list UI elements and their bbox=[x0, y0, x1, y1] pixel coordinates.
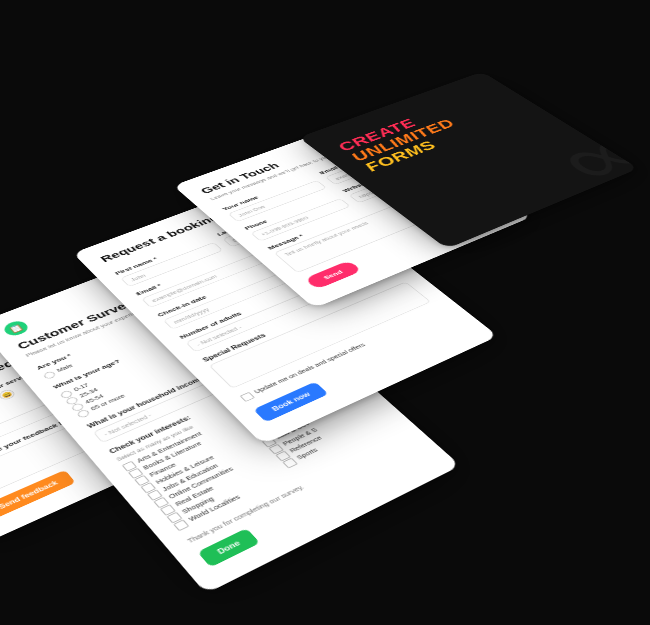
interest-checkbox[interactable]: Shopping bbox=[165, 465, 278, 523]
clipboard-icon: 📋 bbox=[1, 318, 32, 337]
infinity-icon: ∞ bbox=[528, 117, 638, 195]
interest-checkbox[interactable]: Hobbies & Leisure bbox=[139, 437, 251, 492]
scene: Share your feedback with us How would yo… bbox=[0, 0, 650, 625]
interest-checkbox[interactable]: Finance bbox=[133, 431, 244, 486]
interest-checkbox[interactable]: Jobs & Education bbox=[146, 444, 258, 500]
interest-checkbox[interactable]: Online Communities bbox=[152, 451, 264, 507]
card-stack: Share your feedback with us How would yo… bbox=[160, 248, 494, 457]
emoji-rating-5[interactable]: 😄 bbox=[0, 388, 17, 401]
